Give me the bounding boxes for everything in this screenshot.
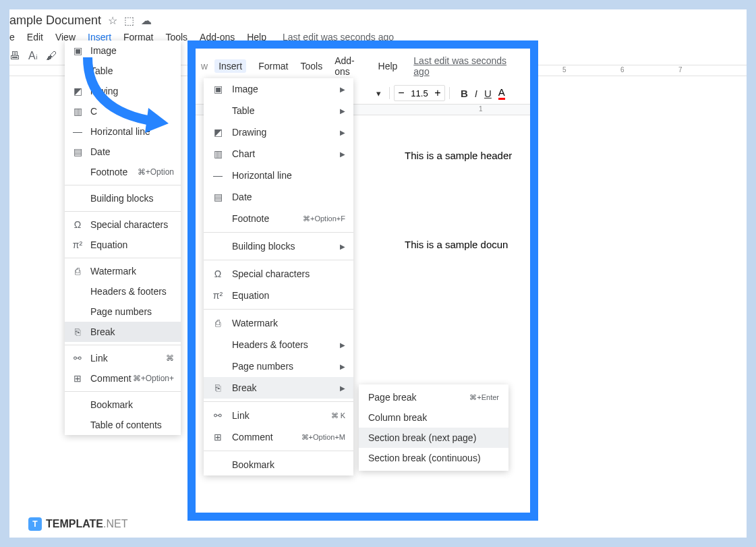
ov-building[interactable]: Building blocks▶	[204, 235, 353, 257]
document-text: This is a sample docun	[405, 239, 508, 250]
ov-comment[interactable]: ⊞Comment⌘+Option+M	[204, 426, 353, 448]
break-icon: ⎘	[212, 382, 224, 394]
ov-insert-dropdown: ▣Image▶ Table▶ ◩Drawing▶ ▥Chart▶ —Horizo…	[204, 78, 353, 476]
header-text: This is a sample header	[405, 150, 512, 161]
overlay-window: w Insert Format Tools Add-ons Help Last …	[187, 40, 538, 521]
ov-chart[interactable]: ▥Chart▶	[204, 143, 353, 165]
ov-footnote[interactable]: Footnote⌘+Option+F	[204, 208, 353, 229]
break-icon: ⎘	[71, 326, 84, 338]
ov-last-edit[interactable]: Last edit was seconds ago	[413, 55, 513, 77]
ov-insert[interactable]: Insert	[214, 59, 246, 73]
cloud-icon[interactable]: ☁	[141, 14, 152, 27]
fs-input[interactable]	[408, 88, 431, 98]
dd-headers[interactable]: Headers & footers	[65, 281, 181, 301]
menu-edit[interactable]: Edit	[27, 32, 43, 42]
title-bar: ample Document ☆ ⬚ ☁	[9, 9, 747, 30]
dd-watermark[interactable]: ⎙Watermark	[65, 261, 181, 281]
ruler-7: 7	[678, 66, 682, 74]
ov-horizontal[interactable]: —Horizontal line	[204, 165, 353, 186]
sub-page-break[interactable]: Page break⌘+Enter	[359, 387, 508, 407]
ov-addons[interactable]: Add-ons	[335, 55, 366, 77]
link-icon: ⚯	[212, 409, 224, 422]
drawing-icon: ◩	[212, 126, 224, 138]
folder-icon[interactable]: ⬚	[124, 14, 134, 27]
logo-icon: T	[28, 517, 42, 531]
ov-ruler-1: 1	[479, 105, 483, 113]
ov-link[interactable]: ⚯Link⌘ K	[204, 405, 353, 426]
italic-button[interactable]: I	[475, 88, 477, 99]
dd-equation[interactable]: π²Equation	[65, 235, 181, 255]
ov-menu-bar: w Insert Format Tools Add-ons Help Last …	[196, 49, 530, 82]
watermark-icon: ⎙	[212, 317, 224, 329]
ov-date[interactable]: ▤Date	[204, 186, 353, 208]
comment-icon: ⊞	[71, 372, 84, 384]
sub-section-next[interactable]: Section break (next page)	[359, 428, 508, 448]
dd-building[interactable]: Building blocks	[65, 188, 181, 208]
chevron-right-icon: ▶	[340, 86, 345, 93]
logo: T TEMPLATE .NET	[28, 517, 127, 531]
logo-name: TEMPLATE	[46, 518, 103, 530]
ov-tools[interactable]: Tools	[300, 61, 322, 71]
dd-date[interactable]: ▤Date	[65, 142, 181, 162]
ruler-5: 5	[562, 66, 566, 74]
paint-icon[interactable]: 🖌	[46, 50, 57, 62]
chart-icon: ▥	[212, 148, 224, 160]
ov-format[interactable]: Format	[258, 61, 288, 71]
fs-minus[interactable]: −	[395, 86, 408, 100]
comment-icon: ⊞	[212, 431, 224, 443]
spell-icon[interactable]: Aᵢ	[28, 49, 38, 62]
menu-file[interactable]: e	[9, 32, 15, 42]
dd-toc[interactable]: Table of contents	[65, 415, 181, 435]
ov-image[interactable]: ▣Image▶	[204, 78, 353, 100]
dd-special[interactable]: ΩSpecial characters	[65, 214, 181, 235]
date-icon: ▤	[212, 191, 224, 203]
ov-headers[interactable]: Headers & footers▶	[204, 334, 353, 355]
omega-icon: Ω	[71, 219, 84, 231]
star-icon[interactable]: ☆	[108, 14, 117, 27]
ov-watermark[interactable]: ⎙Watermark	[204, 312, 353, 334]
date-icon: ▤	[71, 146, 84, 158]
sub-column-break[interactable]: Column break	[359, 407, 508, 428]
dd-break[interactable]: ⎘Break	[65, 322, 181, 342]
image-icon: ▣	[212, 83, 224, 95]
chevron-right-icon: ▶	[340, 341, 345, 349]
chevron-right-icon: ▶	[340, 384, 345, 392]
bold-button[interactable]: B	[461, 88, 468, 99]
text-color-button[interactable]: A	[498, 86, 505, 100]
dd-pagenum[interactable]: Page numbers	[65, 301, 181, 322]
chevron-right-icon: ▶	[340, 363, 345, 370]
omega-icon: Ω	[212, 268, 224, 280]
ov-pagenum[interactable]: Page numbers▶	[204, 355, 353, 377]
dd-bookmark[interactable]: Bookmark	[65, 395, 181, 415]
font-size-box: − +	[394, 85, 445, 101]
pi-icon: π²	[71, 239, 84, 251]
pi-icon: π²	[212, 289, 224, 301]
ov-drawing[interactable]: ◩Drawing▶	[204, 121, 353, 143]
watermark-icon: ⎙	[71, 265, 84, 277]
dd-footnote[interactable]: Footnote⌘+Option	[65, 162, 181, 182]
arrow-annotation	[74, 51, 182, 138]
print-icon[interactable]: 🖶	[9, 50, 20, 62]
doc-title[interactable]: ample Document	[9, 13, 101, 28]
ruler-6: 6	[620, 66, 624, 74]
chevron-right-icon: ▶	[340, 243, 345, 250]
break-submenu: Page break⌘+Enter Column break Section b…	[359, 384, 508, 471]
underline-button[interactable]: U	[484, 88, 492, 99]
link-icon: ⚯	[71, 352, 84, 364]
ov-w: w	[201, 61, 208, 71]
chevron-right-icon: ▶	[340, 107, 345, 115]
ov-special[interactable]: ΩSpecial characters	[204, 263, 353, 285]
hr-icon: —	[212, 169, 224, 181]
dd-link[interactable]: ⚯Link⌘	[65, 348, 181, 368]
fs-plus[interactable]: +	[431, 86, 444, 100]
logo-net: .NET	[103, 518, 127, 530]
chevron-right-icon: ▶	[340, 129, 345, 136]
ov-table[interactable]: Table▶	[204, 100, 353, 121]
ov-help[interactable]: Help	[378, 61, 398, 71]
ov-equation[interactable]: π²Equation	[204, 285, 353, 306]
ov-break[interactable]: ⎘Break▶	[204, 377, 353, 399]
ov-bookmark[interactable]: Bookmark	[204, 454, 353, 476]
sub-section-cont[interactable]: Section break (continuous)	[359, 448, 508, 468]
dropdown-caret[interactable]: ▾	[376, 88, 381, 98]
dd-comment[interactable]: ⊞Comment⌘+Option+	[65, 368, 181, 388]
